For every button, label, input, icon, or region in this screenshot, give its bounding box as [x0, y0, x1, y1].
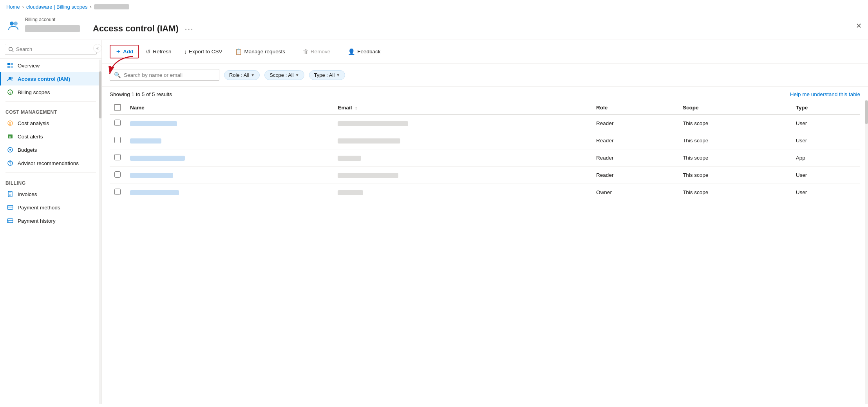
- row-checkbox-2[interactable]: [114, 154, 121, 160]
- row-email-blurred-3: [338, 173, 398, 178]
- filter-search-box[interactable]: 🔍: [110, 69, 219, 81]
- add-button[interactable]: ＋ Add: [110, 45, 139, 58]
- close-button[interactable]: ✕: [856, 22, 862, 30]
- sidebar-item-billing-scopes[interactable]: Billing scopes: [0, 85, 101, 99]
- table-row: Owner This scope User: [110, 184, 860, 201]
- row-name-0: [125, 115, 333, 132]
- refresh-button[interactable]: ↺ Refresh: [140, 45, 177, 58]
- refresh-icon: ↺: [146, 48, 151, 55]
- budgets-icon: [7, 146, 14, 153]
- sidebar-item-payment-methods[interactable]: Payment methods: [0, 201, 101, 214]
- payment-history-icon: [7, 217, 14, 224]
- svg-rect-2: [7, 63, 10, 65]
- row-role-1: Reader: [591, 132, 678, 149]
- export-csv-button[interactable]: ↓ Export to CSV: [179, 45, 228, 58]
- select-all-checkbox[interactable]: [114, 104, 121, 111]
- table-scrollbar: [865, 100, 868, 404]
- row-role-0: Reader: [591, 115, 678, 132]
- access-control-icon: [7, 75, 14, 82]
- table-row: Reader This scope User: [110, 115, 860, 132]
- row-checkbox-0[interactable]: [114, 120, 121, 126]
- row-email-4: [333, 184, 591, 201]
- scope-filter-chip[interactable]: Scope : All ▼: [264, 70, 304, 80]
- row-name-blurred-2: [130, 156, 185, 161]
- manage-icon: 📋: [235, 48, 242, 55]
- row-name-4: [125, 184, 333, 201]
- filter-search-icon: 🔍: [114, 72, 121, 78]
- breadcrumb-billing-scopes[interactable]: cloudaware | Billing scopes: [26, 4, 88, 10]
- table-header-checkbox-cell: [110, 100, 125, 115]
- sidebar-search-input[interactable]: [5, 44, 97, 55]
- iam-table: Name Email ↕ Role Scope Type: [110, 100, 860, 201]
- table-header-name: Name: [125, 100, 333, 115]
- svg-rect-20: [7, 205, 13, 209]
- sidebar-scrollbar: [99, 60, 101, 404]
- sidebar-item-invoices-label: Invoices: [18, 191, 37, 197]
- role-chip-chevron: ▼: [251, 73, 255, 77]
- billing-divider: [5, 172, 96, 173]
- row-email-blurred-4: [338, 190, 363, 195]
- svg-point-7: [11, 77, 13, 79]
- sidebar-item-payment-methods-label: Payment methods: [18, 205, 60, 211]
- sidebar-search-container: [0, 40, 101, 59]
- row-checkbox-1[interactable]: [114, 137, 121, 143]
- role-chip-label: Role : All: [229, 72, 249, 78]
- row-type-4: User: [791, 184, 860, 201]
- sidebar-item-advisor[interactable]: Advisor recommendations: [0, 156, 101, 170]
- cost-management-divider: [5, 101, 96, 102]
- sidebar-item-cost-alerts[interactable]: $ Cost alerts: [0, 130, 101, 143]
- row-checkbox-cell-1: [110, 132, 125, 149]
- type-filter-chip[interactable]: Type : All ▼: [309, 70, 345, 80]
- row-name-link-1[interactable]: [130, 138, 161, 144]
- breadcrumb-home[interactable]: Home: [6, 4, 20, 10]
- row-type-0: User: [791, 115, 860, 132]
- svg-rect-4: [7, 66, 10, 68]
- sidebar-item-overview[interactable]: Overview: [0, 59, 101, 72]
- row-checkbox-4[interactable]: [114, 189, 121, 195]
- table-header-role: Role: [591, 100, 678, 115]
- type-chip-chevron: ▼: [336, 73, 340, 77]
- table-row: Reader This scope User: [110, 132, 860, 149]
- remove-button-label: Remove: [311, 49, 330, 55]
- more-options-icon[interactable]: ···: [185, 24, 194, 33]
- billing-section-label: Billing: [0, 175, 101, 187]
- row-checkbox-3[interactable]: [114, 171, 121, 178]
- table-scrollbar-thumb: [865, 100, 868, 124]
- results-info-bar: Showing 1 to 5 of 5 results Help me unde…: [102, 87, 868, 100]
- row-name-link-4[interactable]: [130, 189, 179, 195]
- row-role-4: Owner: [591, 184, 678, 201]
- svg-text:$: $: [9, 122, 11, 125]
- row-name-link-2[interactable]: [130, 155, 185, 161]
- email-sort-icon: ↕: [355, 105, 357, 110]
- collapse-sidebar-button[interactable]: «: [93, 44, 102, 53]
- manage-requests-button[interactable]: 📋 Manage requests: [230, 45, 291, 58]
- cost-analysis-icon: $: [7, 120, 14, 127]
- sidebar-item-advisor-label: Advisor recommendations: [18, 160, 79, 166]
- sidebar-item-cost-analysis[interactable]: $ Cost analysis: [0, 116, 101, 130]
- feedback-button-label: Feedback: [357, 49, 380, 55]
- sidebar-item-budgets[interactable]: Budgets: [0, 143, 101, 156]
- row-scope-1: This scope: [678, 132, 791, 149]
- results-count: Showing 1 to 5 of 5 results: [110, 91, 172, 97]
- help-link[interactable]: Help me understand this table: [790, 91, 860, 97]
- sidebar-item-billing-scopes-label: Billing scopes: [18, 89, 50, 95]
- sidebar-item-cost-analysis-label: Cost analysis: [18, 120, 49, 126]
- svg-point-1: [14, 22, 18, 25]
- sidebar-item-invoices[interactable]: Invoices: [0, 187, 101, 201]
- row-name-link-3[interactable]: [130, 172, 173, 178]
- row-name-link-0[interactable]: [130, 120, 177, 126]
- remove-button[interactable]: 🗑 Remove: [297, 45, 336, 58]
- page-title: Access control (IAM): [93, 24, 179, 34]
- sidebar-item-payment-history[interactable]: Payment history: [0, 214, 101, 227]
- overview-icon: [7, 62, 14, 69]
- cost-alerts-icon: $: [7, 133, 14, 140]
- svg-rect-3: [11, 63, 13, 65]
- scope-chip-chevron: ▼: [295, 73, 299, 77]
- main-layout: « Overview Access control (IAM) Bill: [0, 40, 868, 404]
- breadcrumb: Home › cloudaware | Billing scopes ›: [0, 0, 868, 14]
- feedback-button[interactable]: 👤 Feedback: [342, 45, 386, 58]
- sidebar-item-access-control[interactable]: Access control (IAM): [0, 72, 101, 85]
- filter-search-input[interactable]: [124, 72, 202, 78]
- header-title-area: Billing account Access control (IAM) ···: [25, 17, 194, 35]
- role-filter-chip[interactable]: Role : All ▼: [224, 70, 260, 80]
